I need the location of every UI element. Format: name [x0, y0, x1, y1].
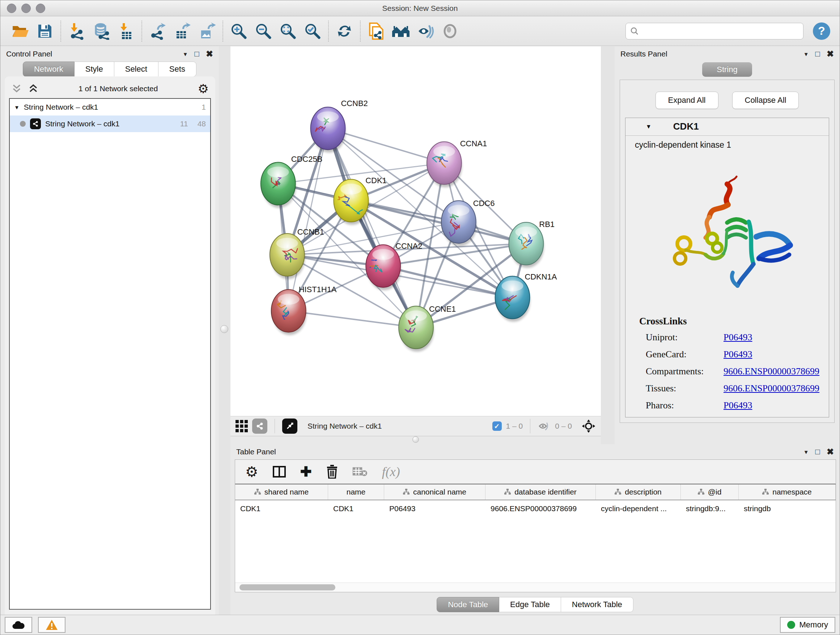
left-splitter[interactable] — [219, 46, 231, 615]
refresh-button[interactable] — [334, 21, 355, 42]
right-splitter[interactable] — [601, 46, 615, 444]
network-node-CDKN1A[interactable]: CDKN1A — [495, 272, 557, 322]
open-session-button[interactable] — [10, 21, 31, 42]
save-session-button[interactable] — [34, 21, 55, 42]
column-header[interactable]: canonical name — [384, 485, 485, 500]
show-columns-icon[interactable] — [273, 466, 286, 478]
search-input[interactable] — [642, 27, 799, 35]
zoom-out-button[interactable] — [253, 21, 274, 42]
network-node-RB1[interactable]: RB1 — [508, 220, 554, 268]
crosslink-genecard-link[interactable]: P06493 — [723, 349, 752, 360]
tab-node-table[interactable]: Node Table — [437, 597, 499, 612]
birds-eye-grid-icon[interactable] — [235, 420, 248, 432]
network-edge-HIST1H1A-CCNE1[interactable] — [289, 311, 416, 328]
crosslinks-section: CrossLinks Uniprot:P06493 GeneCard:P0649… — [625, 312, 829, 417]
string-import-button[interactable] — [366, 21, 387, 42]
column-header[interactable]: namespace — [739, 485, 836, 500]
network-collection-row[interactable]: ▼ String Network – cdk1 1 — [10, 99, 210, 116]
left-splitter-handle[interactable] — [220, 325, 228, 333]
tab-edge-table[interactable]: Edge Table — [499, 597, 561, 612]
control-panel-menu-icon[interactable]: ▼ — [183, 51, 188, 57]
node-label-HIST1H1A: HIST1H1A — [299, 285, 337, 294]
column-header[interactable]: shared name — [235, 485, 328, 500]
network-node-CDC6[interactable]: CDC6 — [441, 199, 495, 246]
home-networks-button[interactable] — [390, 21, 411, 42]
export-image-icon — [198, 22, 216, 40]
horizontal-splitter[interactable] — [231, 436, 601, 444]
export-network-button[interactable] — [147, 21, 168, 42]
zoom-selected-button[interactable] — [302, 21, 323, 42]
table-panel-float-icon[interactable]: □ — [815, 447, 820, 456]
cloud-status-button[interactable] — [5, 617, 32, 633]
add-column-icon[interactable]: ✚ — [300, 465, 312, 478]
string-style-button[interactable] — [252, 418, 267, 434]
table-panel-close-icon[interactable]: ✖ — [827, 447, 834, 457]
table-panel-menu-icon[interactable]: ▼ — [804, 449, 809, 455]
crosslink-compartments-link[interactable]: 9606.ENSP00000378699 — [723, 366, 819, 377]
control-panel-float-icon[interactable]: □ — [195, 49, 199, 59]
results-panel-close-icon[interactable]: ✖ — [827, 49, 834, 59]
import-table-button[interactable] — [115, 21, 136, 42]
tab-style[interactable]: Style — [74, 62, 114, 77]
column-header[interactable]: name — [328, 485, 384, 500]
crosslink-label: Tissues: — [646, 383, 723, 394]
eye-slash-icon — [416, 23, 434, 39]
network-row[interactable]: String Network – cdk1 11 48 — [10, 116, 210, 132]
network-node-HIST1H1A[interactable]: HIST1H1A — [271, 285, 337, 335]
column-header[interactable]: description — [596, 485, 681, 500]
export-table-button[interactable] — [172, 21, 193, 42]
zoom-in-button[interactable] — [228, 21, 249, 42]
scrollbar-thumb[interactable] — [240, 584, 335, 591]
network-node-CDC25B[interactable]: CDC25B — [261, 155, 322, 208]
node-entry-header[interactable]: ▼ CDK1 — [625, 118, 829, 136]
hidden-count: 0 – 0 — [555, 422, 572, 431]
hide-unselected-button[interactable] — [415, 21, 436, 42]
network-node-CCNE1[interactable]: CCNE1 — [399, 304, 456, 352]
delete-column-trash-icon[interactable] — [326, 465, 338, 478]
help-button[interactable]: ? — [813, 22, 830, 40]
pan-crosshair-icon[interactable] — [581, 419, 596, 433]
collapse-all-networks-icon[interactable] — [28, 84, 39, 93]
expand-all-button[interactable]: Expand All — [655, 92, 718, 109]
import-network-database-button[interactable] — [91, 21, 112, 42]
open-in-window-button[interactable] — [282, 418, 297, 434]
horizontal-splitter-handle[interactable] — [412, 436, 419, 443]
crosslink-pharos-link[interactable]: P06493 — [723, 400, 752, 411]
network-node-CCNA1[interactable]: CCNA1 — [427, 139, 487, 187]
import-network-file-button[interactable] — [66, 21, 87, 42]
collapse-all-button[interactable]: Collapse All — [732, 92, 799, 109]
network-edge-CCNB2-CCNE1[interactable] — [328, 128, 416, 328]
memory-button[interactable]: Memory — [780, 617, 835, 633]
function-builder-icon[interactable]: f(x) — [382, 464, 400, 479]
network-canvas[interactable]: CCNB2CCNA1CDC25BCDK1CDC6RB1CCNB1CCNA2CDK… — [231, 46, 601, 416]
column-header[interactable]: database identifier — [485, 485, 596, 500]
warnings-button[interactable] — [38, 617, 65, 633]
control-panel-close-icon[interactable]: ✖ — [206, 49, 213, 59]
selected-checkbox-icon[interactable]: ✓ — [493, 421, 502, 431]
tab-select[interactable]: Select — [114, 62, 158, 77]
entry-collapse-icon[interactable]: ▼ — [646, 124, 652, 130]
collection-collapse-icon[interactable]: ▼ — [14, 104, 19, 111]
results-panel-menu-icon[interactable]: ▼ — [804, 51, 809, 57]
search-icon — [630, 27, 639, 35]
column-header[interactable]: @id — [681, 485, 739, 500]
tab-network[interactable]: Network — [23, 62, 74, 77]
crosslink-tissues-link[interactable]: 9606.ENSP00000378699 — [723, 383, 819, 394]
tab-network-table[interactable]: Network Table — [561, 597, 633, 612]
expand-all-networks-icon[interactable] — [11, 84, 22, 93]
results-panel-float-icon[interactable]: □ — [815, 49, 820, 59]
zoom-fit-button[interactable] — [278, 21, 298, 42]
show-all-button[interactable] — [439, 21, 461, 42]
table-horizontal-scrollbar[interactable] — [235, 583, 836, 592]
tab-string[interactable]: String — [702, 62, 752, 77]
tab-sets[interactable]: Sets — [158, 62, 196, 77]
network-node-CCNB2[interactable]: CCNB2 — [311, 99, 368, 153]
export-image-button[interactable] — [196, 21, 218, 42]
crosslink-uniprot-link[interactable]: P06493 — [723, 332, 752, 343]
table-options-gear-icon[interactable]: ⚙ — [245, 464, 258, 479]
network-options-gear-icon[interactable]: ⚙ — [198, 82, 209, 95]
node-table: shared name name canonical name database… — [235, 484, 836, 592]
table-row[interactable]: CDK1 CDK1 P06493 9606.ENSP00000378699 cy… — [235, 500, 836, 517]
delete-table-icon[interactable] — [352, 466, 368, 477]
memory-label: Memory — [799, 620, 828, 630]
